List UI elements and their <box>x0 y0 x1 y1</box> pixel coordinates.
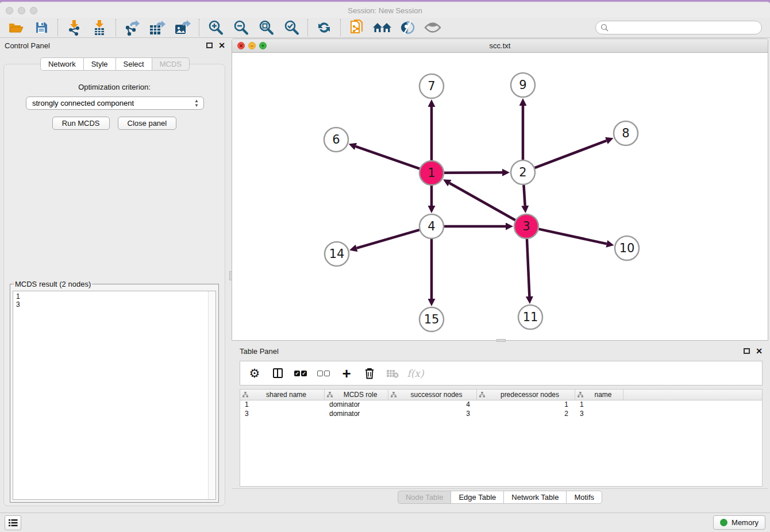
export-image-button[interactable] <box>171 18 194 37</box>
cell[interactable]: 1 <box>477 400 575 410</box>
clone-network-button[interactable] <box>345 18 368 37</box>
tab-motifs[interactable]: Motifs <box>566 491 602 504</box>
tab-style[interactable]: Style <box>83 57 116 71</box>
minimize-window-icon[interactable] <box>18 7 25 14</box>
close-table-panel-icon[interactable]: ✕ <box>756 347 763 355</box>
edge-2-8[interactable] <box>535 141 607 168</box>
memory-button[interactable]: Memory <box>713 515 765 530</box>
node-9[interactable]: 9 <box>511 73 535 97</box>
network-close-icon[interactable]: ✕ <box>237 42 245 49</box>
criterion-select[interactable]: strongly connected component ▲▼ <box>26 97 204 110</box>
edge-1-2[interactable] <box>444 172 502 173</box>
edge-3-11[interactable] <box>527 239 529 296</box>
node-4[interactable]: 4 <box>419 214 444 238</box>
cell[interactable]: dominator <box>325 410 388 419</box>
column-header-successor-nodes[interactable]: successor nodes <box>388 390 477 400</box>
graph-edges[interactable] <box>356 106 607 299</box>
network-graph[interactable]: 1234678910111415 <box>232 53 768 340</box>
close-panel-button[interactable]: Close panel <box>118 117 177 130</box>
edge-4-14[interactable] <box>357 230 419 248</box>
import-table-button[interactable] <box>88 18 111 37</box>
column-header-predecessor-nodes[interactable]: predecessor nodes <box>477 390 575 400</box>
mcds-result-textarea[interactable]: 1 3 <box>13 291 216 500</box>
mcds-result-fieldset: MCDS result (2 nodes) 1 3 <box>10 280 219 503</box>
cell[interactable]: 2 <box>477 410 575 419</box>
save-session-button[interactable] <box>30 18 53 37</box>
network-maximize-icon[interactable]: + <box>259 42 267 49</box>
network-canvas[interactable]: 1234678910111415 <box>232 53 768 340</box>
task-history-button[interactable] <box>5 515 21 530</box>
close-panel-icon[interactable]: ✕ <box>218 41 225 49</box>
toggle-graphics-details-button[interactable] <box>396 18 419 37</box>
network-minimize-icon[interactable]: − <box>248 42 256 49</box>
node-table[interactable]: shared nameMCDS rolesuccessor nodesprede… <box>240 389 763 487</box>
tab-edge-table[interactable]: Edge Table <box>451 491 503 504</box>
tab-network-table[interactable]: Network Table <box>503 491 566 504</box>
edge-3-10[interactable] <box>538 229 606 244</box>
column-header-name[interactable]: name <box>575 390 623 400</box>
horizontal-splitter-grip[interactable] <box>496 339 506 342</box>
cell[interactable]: 1 <box>575 400 623 410</box>
cell[interactable]: 3 <box>575 410 623 419</box>
node-8[interactable]: 8 <box>614 121 638 145</box>
export-network-button[interactable] <box>121 18 144 37</box>
open-session-button[interactable] <box>5 18 28 37</box>
zoom-in-button[interactable] <box>204 18 227 37</box>
zoom-selected-button[interactable] <box>280 18 303 37</box>
home-layout-button[interactable] <box>371 18 394 37</box>
node-10[interactable]: 10 <box>615 236 639 260</box>
node-15[interactable]: 15 <box>419 307 444 331</box>
delete-column-button[interactable] <box>361 365 378 382</box>
run-mcds-button[interactable]: Run MCDS <box>52 117 110 130</box>
cell[interactable]: 3 <box>388 410 477 419</box>
node-3[interactable]: 3 <box>514 214 538 238</box>
cell[interactable]: 4 <box>388 400 477 410</box>
zoom-out-button[interactable] <box>229 18 252 37</box>
close-window-icon[interactable] <box>6 7 13 14</box>
export-table-button[interactable] <box>146 18 169 37</box>
import-network-button[interactable] <box>63 18 86 37</box>
column-header-MCDS-role[interactable]: MCDS role <box>325 390 388 400</box>
cell[interactable]: dominator <box>325 400 388 410</box>
tab-select[interactable]: Select <box>116 57 152 71</box>
float-table-panel-icon[interactable] <box>744 348 750 354</box>
zoom-fit-button[interactable] <box>255 18 278 37</box>
tab-node-table[interactable]: Node Table <box>398 491 451 504</box>
maximize-window-icon[interactable] <box>30 7 37 14</box>
node-6[interactable]: 6 <box>324 128 348 152</box>
float-panel-icon[interactable] <box>206 43 213 48</box>
function-builder-button: f(x) <box>407 365 424 382</box>
result-scrollbar[interactable] <box>208 291 215 499</box>
node-7[interactable]: 7 <box>419 74 444 98</box>
unchecked-boxes-icon <box>317 371 330 376</box>
tab-mcds[interactable]: MCDS <box>152 57 190 71</box>
vertical-splitter-grip[interactable] <box>229 271 232 280</box>
table-row[interactable]: 3dominator323 <box>240 410 762 419</box>
birds-eye-view-button[interactable] <box>421 18 444 37</box>
edge-1-6[interactable] <box>356 147 419 169</box>
table-row[interactable]: 1dominator411 <box>240 400 762 410</box>
column-view-button[interactable] <box>269 365 286 382</box>
edge-3-1[interactable] <box>449 183 515 221</box>
control-panel-header: Control Panel ✕ <box>0 38 230 52</box>
tree-icon <box>479 392 485 398</box>
node-11[interactable]: 11 <box>518 305 542 329</box>
node-1[interactable]: 1 <box>419 161 444 185</box>
tab-network[interactable]: Network <box>40 57 83 71</box>
table-toolbar: ⚙ ✓✓ + f(x) <box>240 361 763 385</box>
refresh-network-button[interactable] <box>313 18 336 37</box>
svg-text:9: 9 <box>519 78 526 92</box>
column-header-shared-name[interactable]: shared name <box>240 390 325 400</box>
table-options-gear-button[interactable]: ⚙ <box>246 365 263 382</box>
cell[interactable]: 1 <box>240 400 325 410</box>
table-body[interactable]: 1dominator4113dominator323 <box>240 400 762 419</box>
add-column-button[interactable]: + <box>338 365 355 382</box>
node-2[interactable]: 2 <box>511 160 535 184</box>
network-window-titlebar[interactable]: ✕ − + scc.txt <box>232 39 768 53</box>
node-14[interactable]: 14 <box>325 242 349 266</box>
select-all-columns-button[interactable]: ✓✓ <box>292 365 309 382</box>
cell[interactable]: 3 <box>240 410 325 419</box>
search-input[interactable] <box>611 24 757 32</box>
edge-2-3[interactable] <box>523 185 525 206</box>
deselect-all-columns-button[interactable] <box>315 365 332 382</box>
